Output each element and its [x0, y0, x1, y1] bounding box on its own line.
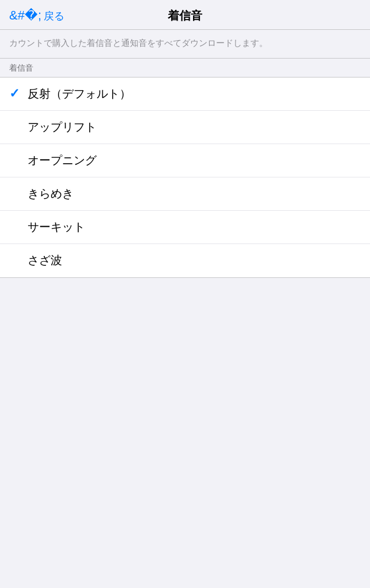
- list-item[interactable]: さざ波: [0, 244, 370, 277]
- list-item[interactable]: ✓反射（デフォルト）: [0, 78, 370, 111]
- chevron-left-icon: &#�;: [9, 8, 41, 23]
- ringtone-label: きらめき: [28, 186, 74, 202]
- ringtone-label: さざ波: [28, 253, 62, 268]
- back-button[interactable]: &#�; 戻る: [9, 9, 64, 23]
- description-text: カウントで購入した着信音と通知音をすべてダウンロードします。: [9, 37, 361, 50]
- back-label: 戻る: [44, 9, 64, 23]
- ringtone-label: 反射（デフォルト）: [28, 86, 131, 102]
- ringtone-label: オープニング: [28, 153, 97, 168]
- navigation-bar: &#�; 戻る 着信音: [0, 0, 370, 30]
- section-label: 着信音: [0, 59, 370, 77]
- list-item[interactable]: サーキット: [0, 211, 370, 244]
- checkmark-icon: ✓: [9, 86, 28, 101]
- page-title: 着信音: [168, 8, 202, 24]
- ringtone-list-wrapper: ✓反射（デフォルト）アップリフトオープニングきらめきサーキットさざ波: [0, 77, 370, 278]
- list-item[interactable]: アップリフト: [0, 111, 370, 144]
- list-item[interactable]: オープニング: [0, 144, 370, 177]
- ringtone-label: サーキット: [28, 219, 85, 235]
- ringtone-label: アップリフト: [28, 119, 97, 135]
- list-item[interactable]: きらめき: [0, 177, 370, 211]
- ringtone-list: ✓反射（デフォルト）アップリフトオープニングきらめきサーキットさざ波: [0, 77, 370, 278]
- description-section: カウントで購入した着信音と通知音をすべてダウンロードします。: [0, 30, 370, 59]
